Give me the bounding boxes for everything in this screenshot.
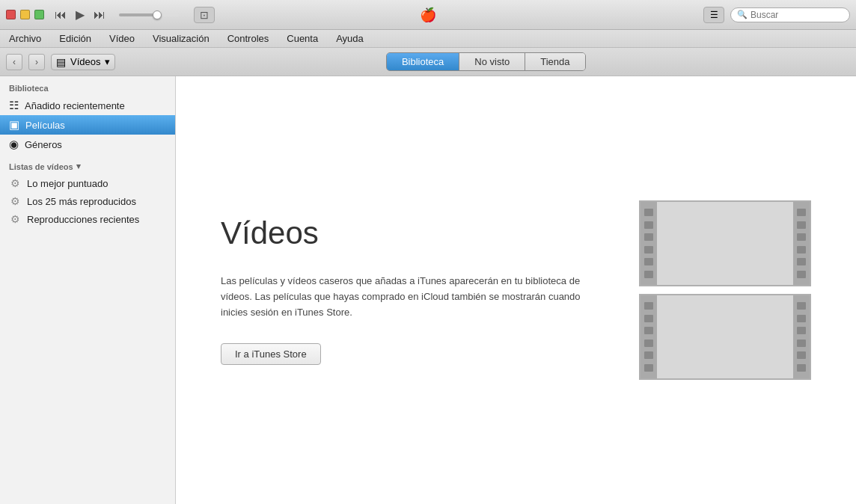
volume-slider[interactable] bbox=[119, 13, 179, 16]
minimize-button[interactable] bbox=[20, 10, 30, 19]
film-hole bbox=[644, 327, 653, 334]
film-hole bbox=[797, 209, 806, 216]
toolbar: ‹ › ▤ Vídeos ▾ Biblioteca No visto Tiend… bbox=[0, 48, 856, 76]
category-chevron: ▾ bbox=[105, 56, 110, 67]
nav-forward-button[interactable]: › bbox=[28, 54, 45, 70]
film-hole bbox=[644, 246, 653, 253]
film-holes-right-2 bbox=[793, 295, 810, 378]
menu-edicion[interactable]: Edición bbox=[56, 31, 94, 46]
menu-video[interactable]: Vídeo bbox=[106, 31, 138, 46]
anadido-label: Añadido recientemente bbox=[25, 100, 125, 111]
gear-icon-1: ⚙ bbox=[9, 177, 21, 189]
film-holes-left-1 bbox=[641, 202, 657, 285]
menu-ayuda[interactable]: Ayuda bbox=[333, 31, 367, 46]
film-hole bbox=[644, 302, 653, 310]
playlists-chevron-icon: ▾ bbox=[76, 162, 81, 171]
playlist-mejor-puntuado[interactable]: ⚙ Lo mejor puntuado bbox=[0, 174, 175, 192]
film-hole bbox=[797, 258, 806, 265]
title-bar-right: ☰ 🔍 bbox=[703, 7, 850, 23]
film-holes-right-1 bbox=[793, 202, 810, 285]
film-holes-left-2 bbox=[641, 295, 657, 378]
category-label: Vídeos bbox=[70, 56, 100, 67]
film-strip-area bbox=[639, 200, 811, 380]
playlist-label-3: Reproducciones recientes bbox=[27, 214, 139, 225]
list-view-button[interactable]: ☰ bbox=[703, 7, 724, 23]
peliculas-label: Películas bbox=[25, 120, 65, 131]
menu-cuenta[interactable]: Cuenta bbox=[284, 31, 321, 46]
tab-tienda[interactable]: Tienda bbox=[525, 53, 584, 70]
fastforward-button[interactable]: ⏭ bbox=[92, 7, 107, 23]
peliculas-icon: ▣ bbox=[9, 118, 19, 132]
search-input[interactable] bbox=[750, 10, 848, 20]
airplay-button[interactable]: ⊡ bbox=[194, 7, 215, 23]
playlist-reproducciones-recientes[interactable]: ⚙ Reproducciones recientes bbox=[0, 210, 175, 228]
film-hole bbox=[797, 302, 806, 310]
gear-icon-2: ⚙ bbox=[9, 195, 21, 207]
playlist-label-1: Lo mejor puntuado bbox=[27, 178, 108, 189]
itunes-store-button[interactable]: Ir a iTunes Store bbox=[221, 343, 321, 365]
film-hole bbox=[797, 327, 806, 334]
title-bar: ⏮ ▶ ⏭ ⊡ 🍎 ☰ 🔍 bbox=[0, 0, 856, 30]
film-hole bbox=[797, 221, 806, 229]
close-button[interactable] bbox=[6, 10, 16, 19]
anadido-icon: ☷ bbox=[9, 99, 19, 112]
film-hole bbox=[797, 351, 806, 359]
generos-label: Géneros bbox=[25, 139, 62, 150]
maximize-button[interactable] bbox=[34, 10, 44, 19]
film-hole bbox=[797, 271, 806, 278]
film-hole bbox=[644, 271, 653, 278]
film-hole bbox=[797, 315, 806, 322]
film-hole bbox=[797, 246, 806, 253]
nav-back-button[interactable]: ‹ bbox=[6, 54, 22, 70]
film-hole bbox=[797, 339, 806, 347]
film-strip-bottom bbox=[639, 294, 811, 380]
film-hole bbox=[644, 233, 653, 241]
film-hole bbox=[644, 351, 653, 359]
film-hole bbox=[644, 315, 653, 322]
playlist-25-reproducidos[interactable]: ⚙ Los 25 más reproducidos bbox=[0, 192, 175, 210]
playlists-section-label[interactable]: Listas de vídeos ▾ bbox=[0, 154, 175, 174]
menu-visualizacion[interactable]: Visualización bbox=[150, 31, 213, 46]
film-hole bbox=[644, 339, 653, 347]
search-box[interactable]: 🔍 bbox=[730, 7, 850, 22]
film-frame-1 bbox=[657, 202, 793, 285]
film-strip-top bbox=[639, 200, 811, 286]
window-controls bbox=[6, 10, 44, 19]
content-text: Vídeos Las películas y vídeos caseros qu… bbox=[221, 215, 594, 364]
main-layout: Biblioteca ☷ Añadido recientemente ▣ Pel… bbox=[0, 76, 856, 504]
playlists-label-text: Listas de vídeos bbox=[9, 162, 73, 171]
sidebar-item-generos[interactable]: ◉ Géneros bbox=[0, 135, 175, 154]
film-hole bbox=[797, 233, 806, 241]
menu-controles[interactable]: Controles bbox=[224, 31, 272, 46]
playlist-label-2: Los 25 más reproducidos bbox=[27, 196, 136, 207]
transport-controls: ⏮ ▶ ⏭ ⊡ bbox=[53, 6, 215, 23]
film-hole bbox=[797, 364, 806, 372]
tab-biblioteca[interactable]: Biblioteca bbox=[387, 53, 459, 70]
search-icon: 🔍 bbox=[737, 10, 748, 19]
play-button[interactable]: ▶ bbox=[74, 6, 86, 23]
content-title: Vídeos bbox=[221, 215, 594, 251]
film-hole bbox=[644, 258, 653, 265]
tab-group: Biblioteca No visto Tienda bbox=[386, 52, 586, 71]
category-icon: ▤ bbox=[56, 56, 66, 68]
rewind-button[interactable]: ⏮ bbox=[53, 7, 68, 23]
film-hole bbox=[644, 209, 653, 216]
film-hole bbox=[644, 221, 653, 229]
volume-thumb bbox=[153, 10, 162, 19]
gear-icon-3: ⚙ bbox=[9, 213, 21, 225]
sidebar-item-anadido[interactable]: ☷ Añadido recientemente bbox=[0, 96, 175, 115]
library-section-label: Biblioteca bbox=[0, 79, 175, 96]
sidebar: Biblioteca ☷ Añadido recientemente ▣ Pel… bbox=[0, 76, 176, 504]
generos-icon: ◉ bbox=[9, 138, 19, 151]
category-select[interactable]: ▤ Vídeos ▾ bbox=[51, 54, 115, 70]
film-hole bbox=[644, 364, 653, 372]
film-frame-2 bbox=[657, 295, 793, 378]
menu-bar: Archivo Edición Vídeo Visualización Cont… bbox=[0, 30, 856, 48]
apple-logo: 🍎 bbox=[420, 7, 436, 23]
content-description: Las películas y vídeos caseros que añada… bbox=[221, 274, 594, 320]
menu-archivo[interactable]: Archivo bbox=[6, 31, 44, 46]
content-area: Vídeos Las películas y vídeos caseros qu… bbox=[176, 76, 856, 504]
tab-no-visto[interactable]: No visto bbox=[459, 53, 525, 70]
sidebar-item-peliculas[interactable]: ▣ Películas bbox=[0, 115, 175, 135]
